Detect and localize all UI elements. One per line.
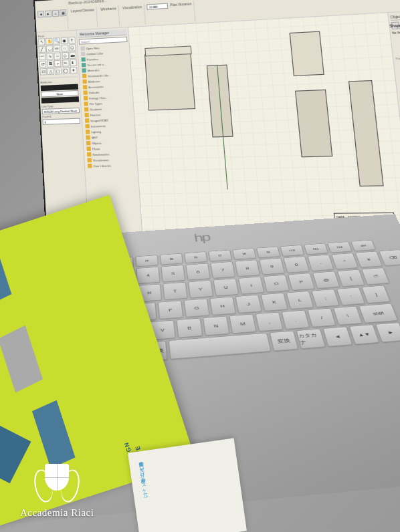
- key: f7: [208, 250, 232, 262]
- folder-icon: [84, 107, 89, 112]
- mirror-tool-icon[interactable]: ⇋: [47, 60, 54, 68]
- key: Y: [188, 280, 213, 298]
- photo-scene: Backup-202406068... ◄ ► ⌂ ▦ Layers/Class…: [0, 0, 400, 532]
- pan-tool-icon[interactable]: ✋: [45, 38, 53, 45]
- folder-icon: [86, 135, 90, 140]
- zoom-tool-icon[interactable]: 🔍: [53, 37, 60, 45]
- watermark: Accademia Riaci: [20, 456, 94, 519]
- key: J: [235, 295, 262, 313]
- key: del: [351, 240, 376, 251]
- key: 4: [136, 267, 160, 284]
- flyover-tool-icon[interactable]: ◉: [61, 37, 68, 44]
- shape-tab[interactable]: Shape: [391, 22, 399, 30]
- key: :: [336, 287, 365, 305]
- key: ;: [311, 289, 340, 307]
- zoom-input[interactable]: [146, 3, 168, 10]
- folder-icon: [87, 158, 92, 162]
- paper-insert: 造作家具の使い分け方 木材のスケール: [128, 438, 247, 532]
- drawing-canvas[interactable]: DATA 4/6/2024 SCALE 1:30 TAB WEEKSHEET: [128, 13, 400, 241]
- tree-item[interactable]: User Libraries: [86, 162, 136, 168]
- folder-icon: [82, 74, 87, 78]
- triangle-tool-icon[interactable]: △: [47, 68, 55, 75]
- key: ◄: [322, 326, 353, 347]
- key: shift: [359, 303, 398, 323]
- dimension-tool-icon[interactable]: ↔: [54, 52, 62, 59]
- select-tool-icon[interactable]: ↖: [38, 38, 45, 45]
- book-illustration: [0, 325, 43, 393]
- key: K: [261, 293, 288, 311]
- wireframe-dropdown[interactable]: Wireframe: [99, 6, 119, 26]
- callout-tool-icon[interactable]: ◇: [62, 52, 69, 59]
- offset-tool-icon[interactable]: ⊡: [39, 68, 47, 76]
- key: ▲▼: [349, 324, 380, 344]
- eyedrop-tool-icon[interactable]: ⫿: [70, 59, 77, 67]
- folder-icon: [87, 152, 92, 157]
- locus-tool-icon[interactable]: ▢: [55, 68, 62, 75]
- key: ⏎: [361, 267, 390, 285]
- freehand-tool-icon[interactable]: ∿: [46, 53, 54, 60]
- resource-search-input[interactable]: [79, 37, 128, 45]
- folder-icon: [83, 85, 88, 89]
- furniture-elevation-1[interactable]: [144, 52, 195, 111]
- polyline-tool-icon[interactable]: 〰: [39, 53, 46, 61]
- folder-icon: [82, 63, 86, 67]
- key: f9: [256, 247, 281, 258]
- key: f12: [327, 241, 353, 253]
- hp-logo: hp: [193, 231, 211, 245]
- key: L: [286, 291, 314, 309]
- key: /: [307, 308, 336, 327]
- key: [: [336, 269, 365, 287]
- folder-icon: [84, 113, 89, 118]
- key: 8: [235, 259, 261, 276]
- folder-icon: [84, 96, 88, 100]
- key: 9: [259, 258, 285, 275]
- nav-back-icon[interactable]: ◄: [37, 11, 44, 18]
- key: O: [263, 275, 290, 293]
- file-icon: [80, 46, 85, 50]
- home-icon[interactable]: ⌂: [52, 10, 60, 17]
- key: N: [203, 316, 230, 336]
- file-icon: [81, 52, 86, 56]
- furniture-elevation-3[interactable]: [290, 31, 324, 76]
- key: ]: [361, 285, 391, 303]
- folder-icon: [85, 118, 90, 123]
- nav-fwd-icon[interactable]: ►: [45, 10, 52, 17]
- text-tool-icon[interactable]: T: [68, 37, 76, 44]
- view-icon[interactable]: ▦: [60, 9, 67, 17]
- folder-icon: [85, 124, 90, 129]
- fillet-tool-icon[interactable]: ⌐: [54, 60, 62, 68]
- key: 6: [185, 263, 210, 281]
- polygon-tool-icon[interactable]: ⬠: [69, 44, 76, 51]
- oval-tool-icon[interactable]: ◯: [62, 67, 70, 74]
- rotate-tool-icon[interactable]: ⟳: [39, 61, 47, 68]
- folder-icon: [86, 141, 91, 146]
- key: ^: [331, 253, 359, 269]
- layers-dropdown[interactable]: Layers/Classes: [70, 7, 97, 28]
- visualization-dropdown[interactable]: Visualization: [121, 5, 144, 25]
- book-illustration: [0, 250, 11, 311]
- folder-icon: [86, 146, 91, 151]
- wall-tool-icon[interactable]: ▬: [69, 51, 76, 59]
- spiral-tool-icon[interactable]: ✦: [70, 67, 78, 74]
- arc-tool-icon[interactable]: ◡: [46, 45, 54, 53]
- key: カタカナ: [296, 328, 326, 349]
- trim-tool-icon[interactable]: ✂: [62, 59, 70, 67]
- key: f4: [135, 255, 159, 267]
- key: 5: [161, 265, 185, 282]
- paper-jp-text: 造作家具の使い分け方 木材のスケール: [135, 457, 157, 532]
- document-title: Backup-202406068...: [68, 0, 107, 5]
- crest-icon: [33, 464, 80, 504]
- key: f5: [160, 253, 183, 265]
- folder-icon: [81, 57, 86, 61]
- circle-tool-icon[interactable]: ○: [61, 45, 68, 52]
- line-tool-icon[interactable]: ╱: [39, 45, 46, 53]
- watermark-text: Accademia Riaci: [20, 507, 94, 519]
- key: f10: [280, 245, 304, 256]
- no-selection-text: No Selection: [392, 29, 400, 35]
- rect-tool-icon[interactable]: ▭: [54, 45, 61, 52]
- empty-hint: There are no items to show: [395, 55, 400, 61]
- key: B: [176, 318, 203, 338]
- key: I: [238, 277, 265, 295]
- opacity-input[interactable]: [42, 118, 80, 125]
- key: ,: [255, 312, 283, 331]
